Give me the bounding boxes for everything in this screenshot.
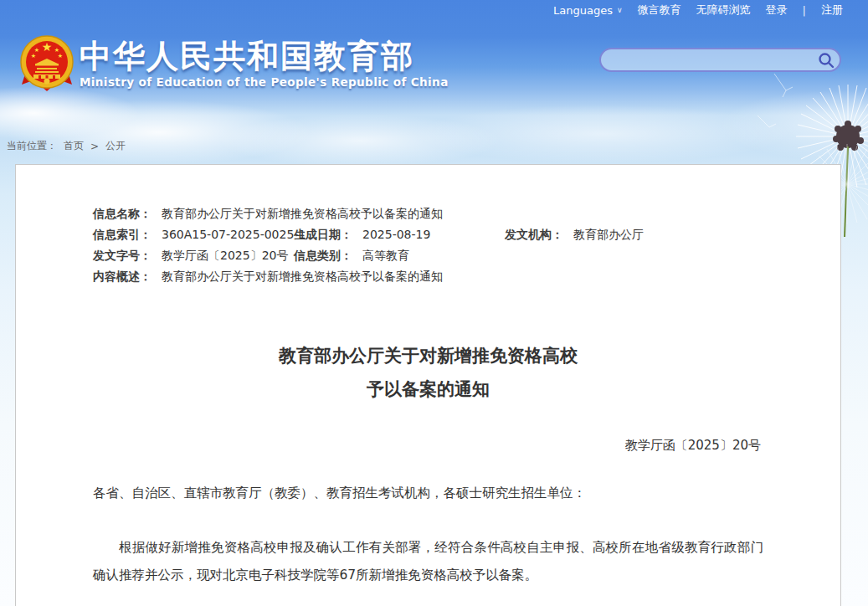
svg-text:★: ★ — [42, 40, 53, 54]
top-utility-bar: Languages ∨ 微言教育 无障碍浏览 登录 | 注册 — [553, 3, 843, 18]
search-input[interactable] — [601, 49, 813, 70]
meta-row-index-date-org: 信息索引： 360A15-07-2025-0025-1 生成日期： 2025-0… — [93, 224, 840, 245]
meta-date-label: 生成日期： — [294, 224, 362, 245]
breadcrumb-current-link[interactable]: 公开 — [105, 139, 126, 153]
site-title-cn: 中华人民共和国教育部 — [80, 35, 414, 78]
meta-name-value: 教育部办公厅关于对新增推免资格高校予以备案的通知 — [162, 203, 443, 224]
document-salutation: 各省、自治区、直辖市教育厅（教委）、教育招生考试机构，各硕士研究生招生单位： — [93, 485, 763, 502]
languages-label: Languages — [553, 4, 613, 17]
meta-category-value: 高等教育 — [362, 245, 409, 266]
document-title: 教育部办公厅关于对新增推免资格高校 予以备案的通知 — [16, 339, 840, 406]
accessibility-link[interactable]: 无障碍浏览 — [696, 3, 751, 18]
meta-summary-value: 教育部办公厅关于对新增推免资格高校予以备案的通知 — [162, 266, 443, 287]
register-link[interactable]: 注册 — [821, 3, 843, 18]
topbar-divider: | — [803, 4, 806, 17]
document-paragraph: 根据做好新增推免资格高校申报及确认工作有关部署，经符合条件高校自主申报、高校所在… — [93, 534, 763, 589]
national-emblem-logo: ★ ★ ★ ★ ★ — [18, 31, 75, 95]
meta-summary-label: 内容概述： — [93, 266, 162, 287]
weiyan-education-link[interactable]: 微言教育 — [638, 3, 681, 18]
meta-name-label: 信息名称： — [93, 203, 162, 224]
search-button[interactable] — [813, 49, 840, 70]
meta-docno-label: 发文字号： — [93, 245, 162, 266]
meta-row-docno-category: 发文字号： 教学厅函〔2025〕20号 信息类别： 高等教育 — [93, 245, 840, 266]
meta-index-label: 信息索引： — [93, 224, 162, 245]
chevron-down-icon: ∨ — [617, 6, 623, 14]
meta-docno-value: 教学厅函〔2025〕20号 — [162, 245, 294, 266]
breadcrumb: 当前位置： 首页 > 公开 — [7, 139, 126, 153]
document-number: 教学厅函〔2025〕20号 — [16, 438, 840, 454]
document-title-line1: 教育部办公厅关于对新增推免资格高校 — [16, 339, 840, 372]
breadcrumb-prefix: 当前位置： — [7, 139, 57, 153]
site-title-en: Ministry of Education of the People's Re… — [80, 75, 449, 89]
meta-index-value: 360A15-07-2025-0025-1 — [162, 224, 294, 245]
document-title-line2: 予以备案的通知 — [16, 372, 840, 406]
meta-org-label: 发文机构： — [505, 224, 573, 245]
breadcrumb-separator: > — [90, 141, 99, 152]
meta-row-summary: 内容概述： 教育部办公厅关于对新增推免资格高校予以备案的通知 — [93, 266, 840, 287]
breadcrumb-home-link[interactable]: 首页 — [64, 139, 84, 153]
languages-menu[interactable]: Languages ∨ — [553, 4, 623, 17]
meta-row-name: 信息名称： 教育部办公厅关于对新增推免资格高校予以备案的通知 — [93, 203, 840, 224]
meta-org-value: 教育部办公厅 — [573, 224, 644, 245]
svg-text:★: ★ — [58, 53, 63, 59]
login-link[interactable]: 登录 — [766, 3, 788, 18]
search-box — [599, 48, 841, 72]
svg-text:★: ★ — [31, 53, 36, 59]
meta-category-label: 信息类别： — [294, 245, 362, 266]
meta-date-value: 2025-08-19 — [362, 224, 505, 245]
document-card: 信息名称： 教育部办公厅关于对新增推免资格高校予以备案的通知 信息索引： 360… — [15, 164, 841, 606]
search-icon — [818, 52, 835, 69]
document-meta: 信息名称： 教育部办公厅关于对新增推免资格高校予以备案的通知 信息索引： 360… — [93, 203, 840, 287]
